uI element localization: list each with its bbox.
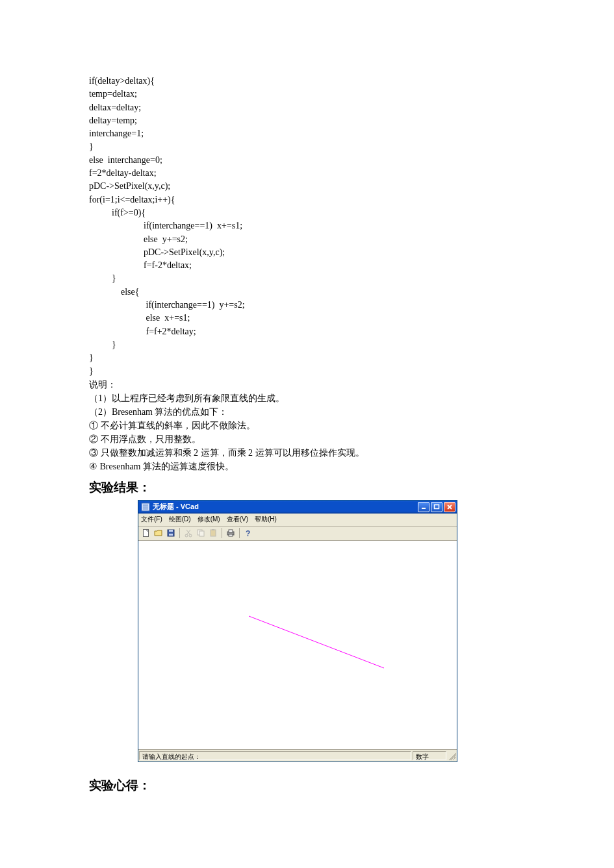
code-line: } [89,366,94,376]
description-block: 说明： （1）以上程序已经考虑到所有象限直线的生成。 （2）Bresenham … [89,378,524,473]
cut-button[interactable] [183,528,194,538]
minimize-button[interactable] [418,502,429,512]
code-line: } [89,142,94,151]
window-titlebar[interactable]: 无标题 - VCad [138,501,457,514]
menu-view[interactable]: 查看(V) [227,515,248,525]
toolbar-separator [179,528,180,538]
code-line: } [89,273,116,283]
code-line: else{ [89,287,140,297]
desc-line: ③ 只做整数加减运算和乘 2 运算，而乘 2 运算可以用移位操作实现。 [89,446,524,460]
copy-button[interactable] [196,528,206,538]
drawing-canvas[interactable] [138,541,457,749]
code-line: else interchange=0; [89,155,162,165]
code-line: temp=deltax; [89,89,137,99]
maximize-button[interactable] [431,502,442,512]
new-button[interactable] [141,528,151,538]
menu-help[interactable]: 帮助(H) [255,515,277,525]
svg-rect-18 [211,530,216,536]
print-button[interactable] [225,528,236,538]
desc-line: （1）以上程序已经考虑到所有象限直线的生成。 [89,391,524,405]
toolbar: ? [138,527,457,541]
open-button[interactable] [153,528,164,538]
toolbar-separator [239,528,240,538]
section-heading-results: 实验结果： [89,478,524,497]
code-line: deltax=deltay; [89,103,141,112]
code-line: if(f>=0){ [89,208,146,217]
resize-grip[interactable] [447,751,456,760]
desc-line: ④ Bresenham 算法的运算速度很快。 [89,460,524,473]
close-icon [446,504,453,510]
code-line: f=f-2*deltax; [89,260,192,270]
svg-rect-17 [199,531,204,536]
svg-rect-5 [435,505,439,509]
code-line: for(i=1;i<=deltax;i++){ [89,195,175,205]
svg-rect-21 [229,530,233,532]
menu-bar: 文件(F) 绘图(D) 修改(M) 查看(V) 帮助(H) [138,514,457,527]
menu-edit[interactable]: 修改(M) [198,515,220,525]
status-indicator: 数字 [413,751,446,760]
save-button[interactable] [166,528,176,538]
code-line: f=2*deltay-deltax; [89,168,157,178]
print-icon [226,528,235,538]
code-line: } [89,353,94,362]
paste-icon [209,528,218,538]
code-line: pDC->SetPixel(x,y,c); [89,247,225,257]
desc-line: ② 不用浮点数，只用整数。 [89,432,524,446]
paste-button[interactable] [208,528,218,538]
svg-rect-8 [144,529,149,536]
svg-rect-11 [169,530,173,532]
svg-line-24 [249,616,384,668]
result-screenshot: 无标题 - VCad [138,500,524,762]
drawn-line [138,541,457,749]
window-title: 无标题 - VCad [153,502,418,512]
app-window: 无标题 - VCad [138,500,457,762]
minimize-icon [420,504,427,510]
desc-line: （2）Bresenham 算法的优点如下： [89,405,524,419]
svg-rect-19 [212,529,214,530]
code-block: if(deltay>deltax){ temp=deltax; deltax=d… [89,75,524,378]
new-file-icon [142,528,151,538]
maximize-icon [433,504,440,510]
desc-line: ① 不必计算直线的斜率，因此不做除法。 [89,419,524,432]
code-line: if(interchange==1) y+=s2; [89,300,245,310]
open-folder-icon [154,528,163,538]
menu-draw[interactable]: 绘图(D) [169,515,191,525]
help-button[interactable]: ? [243,528,253,538]
help-icon: ? [244,528,253,538]
code-line: pDC->SetPixel(x,y,c); [89,181,170,191]
svg-rect-10 [169,534,173,536]
svg-rect-22 [229,534,233,536]
app-icon [141,502,150,512]
section-heading-reflection: 实验心得： [89,776,524,795]
code-line: } [89,340,116,349]
copy-icon [196,528,205,538]
status-message: 请输入直线的起点： [139,751,411,760]
code-line: interchange=1; [89,129,144,138]
desc-line: 说明： [89,378,524,391]
close-button[interactable] [444,502,455,512]
status-bar: 请输入直线的起点： 数字 [138,749,457,762]
code-line: if(interchange==1) x+=s1; [89,221,242,230]
menu-file[interactable]: 文件(F) [141,515,162,525]
code-line: if(deltay>deltax){ [89,76,155,86]
save-disk-icon [166,528,175,538]
svg-text:?: ? [246,529,250,538]
cut-icon [184,528,193,538]
code-line: else y+=s2; [89,234,188,244]
code-line: else x+=s1; [89,313,190,323]
code-line: f=f+2*deltay; [89,327,196,336]
code-line: deltay=temp; [89,116,137,125]
toolbar-separator [222,528,222,538]
